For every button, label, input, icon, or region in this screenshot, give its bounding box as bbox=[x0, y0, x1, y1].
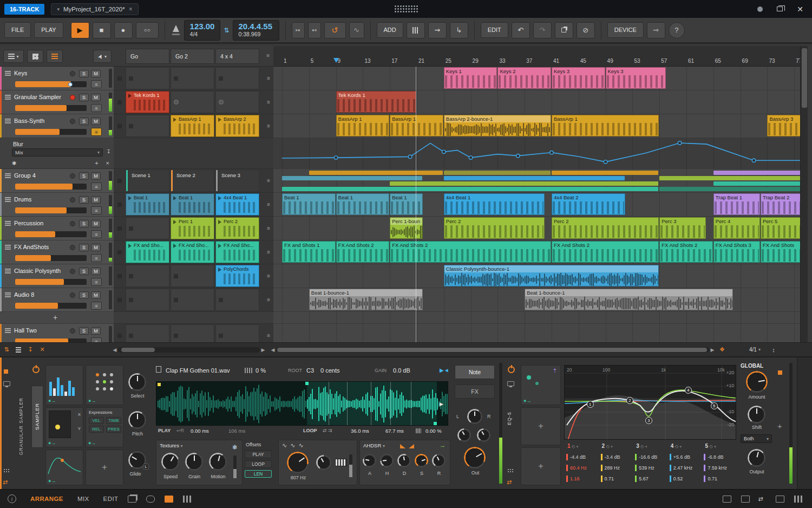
grain-knob[interactable] bbox=[187, 454, 201, 469]
position-value[interactable]: 20.4.4.55 bbox=[239, 22, 273, 31]
volume-slider[interactable] bbox=[15, 255, 87, 261]
clip-play-icon[interactable] bbox=[173, 244, 176, 248]
eq-band-selector-1[interactable]: 1 ◇ ▾ bbox=[567, 443, 578, 449]
track-stop-button[interactable] bbox=[117, 274, 122, 278]
active-layout-icon[interactable] bbox=[165, 496, 173, 503]
arranger-clip[interactable]: FX And Shots 2 bbox=[390, 241, 551, 263]
modulator-steps-tile[interactable]: ●→ bbox=[45, 365, 83, 405]
statusbar-tab-arrange[interactable]: ARRANGE bbox=[30, 496, 63, 502]
track-routing-button[interactable]: ≡ bbox=[91, 183, 102, 191]
row-options-icon[interactable]: ≡ bbox=[267, 333, 270, 338]
close-crossfade-icon[interactable]: ✕ bbox=[37, 345, 48, 355]
clip-play-icon[interactable] bbox=[173, 220, 176, 224]
solo-button[interactable]: S bbox=[79, 172, 89, 180]
arranger-track-lane[interactable]: Beat 1-bounce-1Beat 1-bounce-1 bbox=[273, 288, 800, 312]
track-name[interactable]: Classic Polysynth bbox=[14, 268, 61, 274]
mute-button[interactable]: M bbox=[91, 196, 101, 204]
fx-tab[interactable]: FX bbox=[455, 385, 495, 399]
link-views-icon[interactable] bbox=[146, 496, 155, 503]
edit-menu-button[interactable]: EDIT bbox=[481, 22, 508, 38]
eq-band-selector-4[interactable]: 4 ◇ ▾ bbox=[671, 443, 682, 449]
eq-band-handle-1[interactable]: 1 bbox=[587, 401, 594, 408]
clip-play-icon[interactable] bbox=[128, 196, 132, 200]
arranger-clip[interactable]: Keys 2 bbox=[497, 67, 551, 89]
sample-file-name[interactable]: Clap FM Gothen 01.wav bbox=[166, 367, 230, 374]
filter-cutoff-value[interactable]: 807 Hz bbox=[283, 475, 313, 480]
launcher-clip[interactable]: Perc 2 bbox=[215, 217, 259, 239]
filter-resonance-knob[interactable] bbox=[318, 457, 330, 468]
clip-play-icon[interactable] bbox=[128, 94, 132, 98]
track-name[interactable]: Keys bbox=[14, 70, 27, 76]
browser-panel-icon[interactable] bbox=[723, 496, 731, 503]
clip-play-icon[interactable] bbox=[218, 196, 221, 200]
arranger-clip[interactable]: Beat 1 bbox=[282, 193, 336, 215]
sampler-page-tab[interactable]: SAMPLER bbox=[31, 386, 43, 448]
track-header-granular-sampler[interactable]: Granular SamplerSM≡ bbox=[0, 90, 114, 114]
launcher-view-icon[interactable] bbox=[27, 50, 43, 63]
row-options-icon[interactable]: ≡ bbox=[267, 225, 270, 231]
pitch-knob[interactable] bbox=[130, 413, 145, 427]
track-display-mode-button[interactable]: ▾ bbox=[3, 50, 24, 63]
add-lane-icon[interactable]: + bbox=[95, 160, 98, 166]
expression-rel-button[interactable]: REL bbox=[89, 426, 104, 433]
add-modulator-button[interactable]: + bbox=[86, 450, 123, 485]
modulator-xy-tile[interactable]: X Y ●→ bbox=[45, 407, 83, 447]
arranger-track-lane[interactable]: Tek Kords 1 bbox=[273, 90, 800, 114]
root-key-value[interactable]: C3 bbox=[306, 367, 314, 374]
track-stop-button[interactable] bbox=[117, 100, 122, 105]
empty-clip-slot[interactable] bbox=[126, 115, 169, 137]
launcher-clip[interactable]: PolyChords bbox=[215, 265, 259, 287]
fill-toggle-icon[interactable]: ∿ bbox=[349, 22, 364, 38]
transport-stop-button[interactable]: ■ bbox=[93, 22, 111, 38]
vertical-scrollbar[interactable] bbox=[800, 46, 808, 342]
volume-slider[interactable] bbox=[15, 338, 87, 342]
arranger-clip[interactable]: FX And Shots 2 bbox=[552, 241, 659, 263]
clip-play-icon[interactable] bbox=[173, 196, 176, 200]
transport-record-button[interactable]: ● bbox=[114, 22, 133, 38]
eq-amount-knob[interactable] bbox=[748, 373, 766, 391]
mod-output-icon[interactable]: ●→ bbox=[88, 440, 96, 446]
empty-clip-slot[interactable] bbox=[126, 265, 169, 287]
scene-header-1[interactable]: Go bbox=[126, 49, 169, 64]
clip-play-icon[interactable] bbox=[173, 118, 176, 122]
eq-output-knob[interactable] bbox=[749, 451, 764, 465]
track-stop-button[interactable] bbox=[117, 76, 122, 81]
info-icon[interactable]: i bbox=[8, 494, 16, 503]
texture-mix-slider[interactable] bbox=[233, 455, 237, 478]
chevron-down-icon[interactable]: ▾ bbox=[57, 6, 60, 12]
arranger-clip[interactable]: Perc 2 bbox=[444, 217, 545, 239]
track-name[interactable]: Hall Two bbox=[14, 327, 37, 334]
modulator-expressions-tile[interactable]: Expressions VEL TIMB REL PRES ●→ bbox=[86, 407, 123, 447]
duplicate-button[interactable] bbox=[555, 22, 573, 38]
mute-button[interactable]: M bbox=[91, 327, 101, 335]
arranger-scroll-right-icon[interactable]: ▶ bbox=[709, 347, 716, 353]
launcher-clip[interactable]: 4x4 Beat 1 bbox=[215, 193, 259, 216]
eq-add-modulator-button-2[interactable]: + bbox=[521, 447, 561, 485]
loop-end-marker[interactable] bbox=[434, 422, 437, 425]
timesig-value[interactable]: 4/4 bbox=[190, 31, 215, 38]
row-options-icon[interactable]: ≡ bbox=[267, 201, 270, 207]
filter-env-slider[interactable] bbox=[349, 454, 352, 477]
overdub-pedal-button[interactable]: ○○ bbox=[136, 22, 159, 38]
add-menu-button[interactable]: ADD bbox=[377, 22, 403, 38]
track-stop-button[interactable] bbox=[117, 250, 122, 255]
dual-window-icon[interactable] bbox=[128, 496, 136, 503]
launcher-scroll-right-icon[interactable]: ▶ bbox=[260, 347, 266, 353]
eq-band-handle-5[interactable]: 5 bbox=[711, 402, 718, 409]
env-release-knob[interactable] bbox=[434, 455, 444, 466]
eq-band-2-freq-value[interactable]: 289 Hz bbox=[605, 465, 620, 471]
slider-handle[interactable] bbox=[68, 82, 73, 87]
mod-output-icon[interactable]: ●→ bbox=[48, 398, 56, 403]
launcher-scroll-left-icon[interactable]: ◀ bbox=[112, 347, 118, 353]
eq-band-selector-3[interactable]: 3 ◇ ▾ bbox=[636, 443, 647, 449]
play-start-value[interactable]: 0.00 ms bbox=[191, 428, 209, 434]
track-header-audio-8[interactable]: Audio 8SM≡ bbox=[0, 288, 114, 312]
env-shape-b-icon[interactable] bbox=[409, 444, 414, 448]
track-header-fx-andshots[interactable]: FX AndShotsSM≡ bbox=[0, 240, 114, 264]
eq-band-5-freq-value[interactable]: 7.59 kHz bbox=[708, 465, 727, 471]
track-routing-button[interactable]: ≡ bbox=[91, 206, 102, 214]
reverse-icon[interactable]: ↩R bbox=[176, 428, 184, 433]
empty-clip-slot[interactable] bbox=[215, 67, 259, 89]
send-b-knob[interactable] bbox=[479, 430, 489, 440]
mute-button[interactable]: M bbox=[91, 268, 101, 275]
